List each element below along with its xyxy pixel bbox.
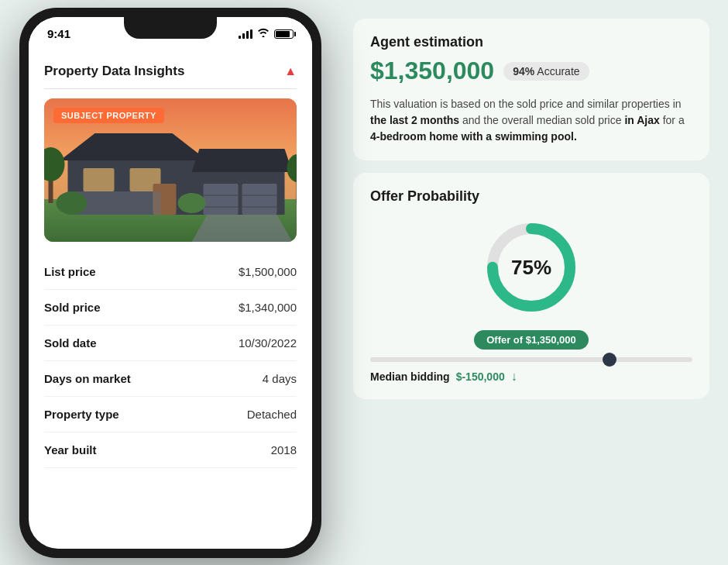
right-panel: Agent estimation $1,350,000 94% Accurate… — [341, 0, 728, 565]
property-image-container: SUBJECT PROPERTY — [44, 98, 297, 242]
probability-percentage: 75% — [511, 256, 551, 280]
estimation-description: This valuation is based on the sold pric… — [370, 96, 692, 145]
offer-badge-row: Offer of $1,350,000 — [370, 330, 692, 350]
section-header: Property Data Insights ▲ — [44, 51, 297, 89]
slider-thumb[interactable] — [603, 353, 616, 367]
median-label: Median bidding — [370, 370, 450, 383]
slider-track[interactable] — [370, 357, 692, 362]
phone-device: 9:41 — [19, 8, 321, 558]
accuracy-badge: 94% Accurate — [503, 62, 589, 81]
phone-notch — [124, 17, 217, 39]
probability-title: Offer Probability — [370, 188, 692, 205]
arrow-down-icon: ↓ — [511, 370, 517, 384]
donut-container: 75% — [370, 217, 692, 318]
list-value: $1,500,000 — [239, 265, 297, 278]
list-value: 2018 — [271, 443, 297, 456]
section-title: Property Data Insights — [44, 64, 184, 79]
list-item: Sold date 10/30/2022 — [44, 326, 297, 361]
svg-marker-22 — [192, 215, 293, 242]
accuracy-percentage: 94% — [513, 65, 534, 78]
offer-badge: Offer of $1,350,000 — [474, 330, 589, 350]
wifi-icon — [257, 28, 270, 40]
phone-wrapper: 9:41 — [0, 0, 341, 565]
app-content[interactable]: Property Data Insights ▲ — [29, 51, 312, 549]
list-value: $1,340,000 — [239, 301, 297, 314]
status-time: 9:41 — [47, 27, 70, 40]
list-value: 10/30/2022 — [239, 336, 297, 350]
list-value: Detached — [247, 408, 297, 421]
list-value: 4 days — [263, 372, 297, 385]
estimation-price: $1,350,000 — [370, 57, 494, 85]
list-item: Sold price $1,340,000 — [44, 290, 297, 326]
donut-wrapper: 75% — [481, 217, 582, 318]
list-label: Sold date — [44, 336, 97, 350]
battery-icon — [274, 29, 294, 39]
list-item: Days on market 4 days — [44, 361, 297, 397]
list-label: Year built — [44, 443, 97, 456]
median-bidding-row: Median bidding $-150,000 ↓ — [370, 370, 692, 384]
median-value: $-150,000 — [456, 370, 505, 383]
svg-rect-7 — [242, 184, 277, 215]
list-label: List price — [44, 265, 96, 278]
chevron-up-icon[interactable]: ▲ — [284, 64, 297, 78]
svg-rect-12 — [84, 168, 115, 191]
status-icons — [239, 28, 294, 40]
signal-icon — [239, 29, 252, 39]
phone-screen: 9:41 — [29, 17, 312, 549]
estimation-card: Agent estimation $1,350,000 94% Accurate… — [353, 19, 709, 160]
list-label: Days on market — [44, 372, 131, 385]
list-item: List price $1,500,000 — [44, 254, 297, 290]
probability-card: Offer Probability 75% Offer of $1,350,00… — [353, 173, 709, 399]
list-label: Sold price — [44, 301, 101, 314]
subject-property-badge: SUBJECT PROPERTY — [53, 108, 164, 123]
list-label: Property type — [44, 408, 119, 421]
list-item: Property type Detached — [44, 397, 297, 432]
svg-rect-6 — [204, 184, 239, 215]
svg-point-17 — [178, 193, 206, 213]
accuracy-label: Accurate — [537, 65, 579, 78]
svg-point-16 — [57, 191, 88, 215]
property-data-list: List price $1,500,000 Sold price $1,340,… — [44, 254, 297, 468]
svg-marker-5 — [192, 149, 293, 172]
estimation-title: Agent estimation — [370, 34, 692, 50]
estimation-price-row: $1,350,000 94% Accurate — [370, 57, 692, 85]
list-item: Year built 2018 — [44, 432, 297, 468]
slider-container[interactable] — [370, 357, 692, 362]
